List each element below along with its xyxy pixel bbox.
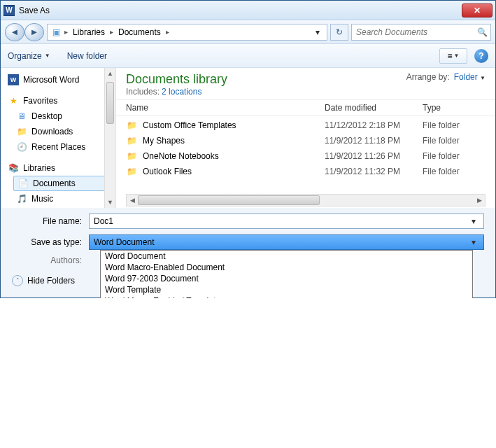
file-row[interactable]: 📁Outlook Files11/9/2012 11:32 PMFile fol… [126,164,486,179]
search-box[interactable]: 🔍 [351,24,491,41]
breadcrumb-segment[interactable]: Documents [116,27,163,37]
savetype-option[interactable]: Word Template [101,284,472,295]
view-options-button[interactable]: ≡ ▼ [439,48,467,64]
file-row[interactable]: 📁My Shapes11/9/2012 11:18 PMFile folder [126,133,486,148]
file-name: OneNote Notebooks [143,151,219,161]
folder-icon: 📁 [126,135,137,146]
scroll-down-icon[interactable]: ▼ [105,197,115,208]
titlebar: W Save As ✕ [1,1,495,20]
scroll-right-icon[interactable]: ▶ [474,195,485,206]
library-title: Documents library [126,72,227,87]
arrange-by-dropdown[interactable]: Folder ▼ [454,72,486,82]
search-input[interactable] [355,27,477,38]
save-as-window: W Save As ✕ ◄ ► ▣ ▸ Libraries ▸ Document… [0,0,496,298]
sidebar-group-favorites[interactable]: ★Favorites [3,93,113,108]
savetype-option[interactable]: Word Macro-Enabled Document [101,262,472,273]
file-row[interactable]: 📁OneNote Notebooks11/9/2012 11:26 PMFile… [126,148,486,164]
folder-icon: 📁 [126,166,137,177]
scroll-thumb[interactable] [138,195,320,205]
includes-link[interactable]: 2 locations [162,87,201,97]
desktop-icon: 🖥 [16,111,27,122]
chevron-right-icon[interactable]: ▸ [64,28,68,36]
savetype-value: Word Document [94,237,468,247]
authors-label: Authors: [12,255,89,265]
sidebar-item-downloads[interactable]: 📁Downloads [3,124,113,139]
star-icon: ★ [8,95,19,106]
savetype-dropdown[interactable]: Word Document ▾ [89,234,484,250]
sidebar-item-recent[interactable]: 🕘Recent Places [3,139,113,155]
sidebar-item-word[interactable]: WMicrosoft Word [3,72,113,88]
sidebar-item-music[interactable]: 🎵Music [3,191,113,206]
window-title: Save As [19,6,462,15]
word-app-icon: W [3,5,15,16]
scroll-thumb[interactable] [106,82,114,124]
savetype-label: Save as type: [12,237,89,247]
recent-icon: 🕘 [16,141,27,153]
savetype-option[interactable]: Word 97-2003 Document [101,273,472,284]
file-name: Custom Office Templates [143,120,236,130]
column-type[interactable]: Type [423,103,486,113]
sidebar-item-label: Downloads [31,127,73,136]
sidebar-item-documents[interactable]: 📄Documents [13,176,113,191]
file-row[interactable]: 📁Custom Office Templates11/12/2012 2:18 … [126,118,486,133]
includes-label: Includes: [126,87,160,97]
breadcrumb-segment[interactable]: Libraries [71,27,107,37]
file-type: File folder [423,151,486,161]
file-date: 11/9/2012 11:26 PM [325,151,423,161]
word-icon: W [8,74,19,85]
refresh-button[interactable]: ↻ [330,24,348,41]
file-date: 11/12/2012 2:18 PM [325,120,423,130]
filename-value: Doc1 [94,216,468,226]
chevron-right-icon[interactable]: ▸ [110,28,113,36]
sidebar-item-label: Documents [33,178,76,188]
sidebar-group-libraries[interactable]: 📚Libraries [3,160,113,176]
folder-icon: 📁 [16,126,27,137]
file-list: 📁Custom Office Templates11/12/2012 2:18 … [116,116,495,181]
library-header: Documents library Includes: 2 locations … [116,68,495,100]
sidebar-scrollbar[interactable]: ▲ ▼ [104,68,115,208]
sidebar: WMicrosoft Word ★Favorites 🖥Desktop 📁Dow… [1,68,116,208]
address-dropdown[interactable]: ▾ [311,27,324,37]
documents-icon: 📄 [17,178,29,189]
sidebar-item-label: Music [31,194,53,204]
back-button[interactable]: ◄ [5,23,24,41]
location-icon: ▣ [50,27,62,38]
chevron-right-icon[interactable]: ▸ [166,28,169,36]
filename-input[interactable]: Doc1 ▾ [89,214,484,229]
filename-label: File name: [12,216,89,226]
new-folder-button[interactable]: New folder [67,51,107,61]
chevron-down-icon: ▼ [45,52,50,59]
chevron-down-icon[interactable]: ▾ [468,237,479,247]
savetype-option[interactable]: Word Macro-Enabled Template [101,295,472,298]
music-icon: 🎵 [16,193,27,204]
column-modified[interactable]: Date modified [325,103,423,113]
scroll-up-icon[interactable]: ▲ [105,68,115,79]
arrange-label: Arrange by: [406,72,450,82]
horizontal-scrollbar[interactable]: ◀ ▶ [126,194,486,206]
filename-dropdown[interactable]: ▾ [468,216,479,226]
sidebar-item-label: Desktop [31,111,62,121]
help-button[interactable]: ? [474,49,488,63]
search-icon[interactable]: 🔍 [477,27,488,37]
organize-button[interactable]: Organize ▼ [8,51,50,61]
chevron-down-icon: ▼ [480,75,486,81]
address-bar[interactable]: ▣ ▸ Libraries ▸ Documents ▸ ▾ [47,24,327,41]
column-headers[interactable]: Name Date modified Type [116,100,495,116]
file-type: File folder [423,167,486,176]
toolbar: Organize ▼ New folder ≡ ▼ ? [1,44,495,68]
sidebar-item-desktop[interactable]: 🖥Desktop [3,108,113,124]
libraries-icon: 📚 [8,162,19,174]
file-name: My Shapes [143,136,185,146]
scroll-left-icon[interactable]: ◀ [127,195,138,206]
hide-folders-button[interactable]: ˄ Hide Folders [12,275,75,286]
close-button[interactable]: ✕ [462,4,493,18]
save-form: File name: Doc1 ▾ Save as type: Word Doc… [1,208,495,268]
forward-button[interactable]: ► [24,23,44,41]
file-type: File folder [423,120,486,130]
file-date: 11/9/2012 11:18 PM [325,136,423,146]
main-pane: Documents library Includes: 2 locations … [116,68,495,208]
file-name: Outlook Files [143,167,192,176]
savetype-option[interactable]: Word Document [101,251,472,262]
sidebar-item-label: Libraries [23,163,55,173]
column-name[interactable]: Name [126,103,325,113]
